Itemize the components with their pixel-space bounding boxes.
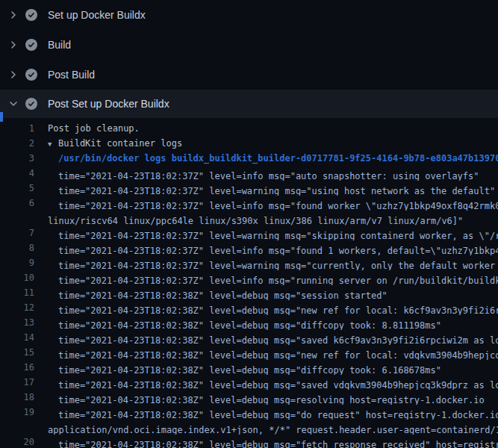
log-command-text: /usr/bin/docker logs buildx_buildkit_bui… xyxy=(34,151,498,166)
line-number[interactable]: 7 xyxy=(0,225,34,240)
line-number[interactable]: 20 xyxy=(0,435,34,448)
log-line: 17time="2021-04-23T18:02:38Z" level=debu… xyxy=(0,375,498,390)
log-line: 3/usr/bin/docker logs buildx_buildkit_bu… xyxy=(0,151,498,166)
check-circle-icon xyxy=(25,98,37,110)
log-text: linux/riscv64 linux/ppc64le linux/s390x … xyxy=(34,211,498,225)
steps-list: Set up Docker Buildx Build Post Build Po… xyxy=(0,0,498,118)
check-circle-icon xyxy=(25,69,37,81)
log-line: 16time="2021-04-23T18:02:38Z" level=debu… xyxy=(0,360,498,375)
chevron-right-icon xyxy=(7,39,19,51)
line-number[interactable]: 17 xyxy=(0,375,34,390)
log-text: ▼BuildKit container logs xyxy=(34,136,498,151)
log-line: 7time="2021-04-23T18:02:37Z" level=warni… xyxy=(0,225,498,240)
group-label: BuildKit container logs xyxy=(58,138,182,149)
check-circle-icon xyxy=(25,39,37,51)
log-text: Post job cleanup. xyxy=(34,121,498,136)
chevron-right-icon xyxy=(7,9,19,21)
log-text: application/vnd.oci.image.index.v1+json,… xyxy=(34,420,498,435)
log-line: 6time="2021-04-23T18:02:37Z" level=info … xyxy=(0,196,498,211)
group-collapse-triangle-icon[interactable]: ▼ xyxy=(48,137,58,151)
log-text: time="2021-04-23T18:02:38Z" level=debug … xyxy=(34,300,498,315)
focus-indicator xyxy=(0,112,3,122)
chevron-right-icon xyxy=(7,69,19,81)
log-text: time="2021-04-23T18:02:37Z" level=info m… xyxy=(34,270,498,285)
line-number[interactable]: 6 xyxy=(0,196,34,211)
log-line: 4time="2021-04-23T18:02:37Z" level=info … xyxy=(0,166,498,181)
line-number[interactable]: 14 xyxy=(0,330,34,345)
line-number[interactable]: 2 xyxy=(0,136,34,151)
log-area: 1Post job cleanup.2▼BuildKit container l… xyxy=(0,118,498,448)
log-text: time="2021-04-23T18:02:38Z" level=debug … xyxy=(34,330,498,345)
log-text: time="2021-04-23T18:02:37Z" level=info m… xyxy=(34,240,498,255)
line-number[interactable]: 16 xyxy=(0,360,34,375)
log-line: 9time="2021-04-23T18:02:37Z" level=warni… xyxy=(0,255,498,270)
log-line: 13time="2021-04-23T18:02:38Z" level=debu… xyxy=(0,315,498,330)
line-number[interactable]: 18 xyxy=(0,390,34,405)
log-text: time="2021-04-23T18:02:38Z" level=debug … xyxy=(34,360,498,375)
line-number[interactable]: 1 xyxy=(0,121,34,136)
log-line: 2▼BuildKit container logs xyxy=(0,136,498,151)
step-header-post-setup-docker-buildx[interactable]: Post Set up Docker Buildx xyxy=(0,90,498,118)
log-text: time="2021-04-23T18:02:38Z" level=debug … xyxy=(34,435,498,448)
line-number[interactable]: 15 xyxy=(0,345,34,360)
line-number[interactable]: 10 xyxy=(0,270,34,285)
log-line: 12time="2021-04-23T18:02:38Z" level=debu… xyxy=(0,300,498,315)
log-text: time="2021-04-23T18:02:38Z" level=debug … xyxy=(34,315,498,330)
log-text: time="2021-04-23T18:02:38Z" level=debug … xyxy=(34,390,498,405)
log-line: 19time="2021-04-23T18:02:38Z" level=debu… xyxy=(0,405,498,420)
log-line: 18time="2021-04-23T18:02:38Z" level=debu… xyxy=(0,390,498,405)
step-title: Post Set up Docker Buildx xyxy=(48,98,169,110)
log-line: 10time="2021-04-23T18:02:37Z" level=info… xyxy=(0,270,498,285)
line-number xyxy=(0,211,34,225)
line-number[interactable]: 19 xyxy=(0,405,34,420)
log-text: time="2021-04-23T18:02:38Z" level=debug … xyxy=(34,345,498,360)
log-text: time="2021-04-23T18:02:38Z" level=debug … xyxy=(34,375,498,390)
line-number[interactable]: 4 xyxy=(0,166,34,181)
log-line: 15time="2021-04-23T18:02:38Z" level=debu… xyxy=(0,345,498,360)
log-line: 8time="2021-04-23T18:02:37Z" level=info … xyxy=(0,240,498,255)
log-text: time="2021-04-23T18:02:37Z" level=info m… xyxy=(34,196,498,211)
step-title: Post Build xyxy=(48,69,95,81)
line-number[interactable]: 3 xyxy=(0,151,34,166)
log-text: time="2021-04-23T18:02:38Z" level=debug … xyxy=(34,405,498,420)
chevron-down-icon xyxy=(7,98,19,110)
log-line: 5time="2021-04-23T18:02:37Z" level=warni… xyxy=(0,181,498,196)
log-text: time="2021-04-23T18:02:37Z" level=info m… xyxy=(34,166,498,181)
log-line: application/vnd.oci.image.index.v1+json,… xyxy=(0,420,498,435)
step-header-build[interactable]: Build xyxy=(0,30,498,60)
line-number xyxy=(0,420,34,435)
log-line: 20time="2021-04-23T18:02:38Z" level=debu… xyxy=(0,435,498,448)
log-line: 11time="2021-04-23T18:02:38Z" level=debu… xyxy=(0,285,498,300)
line-number[interactable]: 5 xyxy=(0,181,34,196)
step-title: Build xyxy=(48,39,71,51)
step-header-post-build[interactable]: Post Build xyxy=(0,60,498,90)
log-text: time="2021-04-23T18:02:37Z" level=warnin… xyxy=(34,225,498,240)
log-text: time="2021-04-23T18:02:37Z" level=warnin… xyxy=(34,255,498,270)
check-circle-icon xyxy=(25,9,37,21)
step-header-setup-docker-buildx[interactable]: Set up Docker Buildx xyxy=(0,0,498,30)
line-number[interactable]: 9 xyxy=(0,255,34,270)
log-line: linux/riscv64 linux/ppc64le linux/s390x … xyxy=(0,211,498,225)
line-number[interactable]: 8 xyxy=(0,240,34,255)
log-text: time="2021-04-23T18:02:38Z" level=debug … xyxy=(34,285,498,300)
line-number[interactable]: 12 xyxy=(0,300,34,315)
log-text: time="2021-04-23T18:02:37Z" level=warnin… xyxy=(34,181,498,196)
line-number[interactable]: 11 xyxy=(0,285,34,300)
line-number[interactable]: 13 xyxy=(0,315,34,330)
log-line: 14time="2021-04-23T18:02:38Z" level=debu… xyxy=(0,330,498,345)
step-title: Set up Docker Buildx xyxy=(48,9,146,21)
log-line: 1Post job cleanup. xyxy=(0,121,498,136)
